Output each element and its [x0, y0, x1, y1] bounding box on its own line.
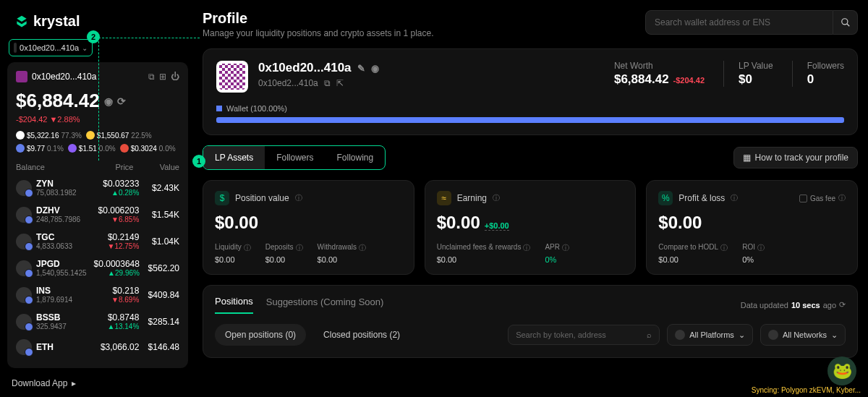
- chevron-down-icon: ⌄: [82, 44, 88, 52]
- wallet-selector[interactable]: 0x10ed20...410a ⌄: [9, 39, 93, 56]
- info-icon: ⓘ: [838, 193, 846, 203]
- closed-positions-filter[interactable]: Closed positions (2): [313, 324, 410, 346]
- android-icon: ▸: [72, 378, 76, 388]
- networth-delta: -$204.42: [673, 76, 705, 85]
- book-icon: ▦: [743, 153, 751, 163]
- token-row[interactable]: ZYN75,083.1982$0.03233▲0.28%$2.43K: [16, 174, 179, 201]
- token-icon: [16, 339, 32, 355]
- gas-fee-toggle[interactable]: Gas fee ⓘ: [799, 193, 846, 203]
- external-link-icon[interactable]: ⇱: [336, 78, 344, 88]
- open-positions-filter[interactable]: Open positions (0): [215, 324, 306, 346]
- wallet-address: 0x10ed20...410a: [20, 43, 79, 52]
- alloc-bar: [216, 117, 844, 123]
- tab-suggestions[interactable]: Suggestions (Coming Soon): [266, 296, 384, 313]
- metric-sub-item: Unclaimed fees & rewards ⓘ$0.00: [437, 243, 531, 264]
- search-icon: [841, 17, 851, 27]
- alloc-chip: $9.770.1%: [16, 144, 64, 153]
- chevron-down-icon: ⌄: [739, 330, 745, 340]
- token-icon: [16, 234, 32, 249]
- token-row[interactable]: BSSB325.9437$0.8748▲13.14%$285.14: [16, 308, 179, 335]
- token-icon: [16, 207, 32, 223]
- metric-sub-item: ROI ⓘ0%: [742, 243, 765, 264]
- lpvalue-label: LP Value: [739, 61, 773, 71]
- networth-value: $6,884.42: [614, 72, 669, 87]
- col-balance: Balance: [16, 163, 82, 171]
- annotation-badge-1: 1: [192, 155, 205, 168]
- token-icon: [16, 180, 32, 196]
- token-row[interactable]: DZHV248,785.7986$0.006203▼6.85%$1.54K: [16, 201, 179, 228]
- refresh-icon[interactable]: ⟳: [839, 300, 846, 310]
- wallet-icon: [14, 43, 17, 53]
- metric-sub-item: Compare to HODL ⓘ$0.00: [658, 243, 728, 264]
- search-input[interactable]: Search wallet address or ENS: [645, 10, 833, 35]
- page-subtitle: Manage your liquidity positions and cryp…: [203, 28, 434, 38]
- token-rows: ZYN75,083.1982$0.03233▲0.28%$2.43KDZHV24…: [16, 174, 179, 359]
- search-icon: ⌕: [647, 330, 652, 339]
- alloc-color-icon: [216, 106, 222, 111]
- tab-following[interactable]: Following: [326, 146, 386, 169]
- platforms-dropdown[interactable]: All Platforms ⌄: [667, 324, 753, 346]
- token-row[interactable]: JPGD1,540,955.1425$0.0003648▲29.96%$562.…: [16, 255, 179, 281]
- col-price: Price: [82, 163, 134, 171]
- page-title: Profile: [203, 10, 434, 27]
- token-row[interactable]: TGC4,833.0633$0.2149▼12.75%$1.04K: [16, 228, 179, 255]
- platforms-icon: [675, 330, 685, 340]
- pnl-sub: Compare to HODL ⓘ$0.00ROI ⓘ0%: [658, 243, 846, 264]
- networks-icon: [768, 330, 778, 340]
- metric-sub-item: Liquidity ⓘ$0.00: [215, 243, 251, 264]
- metric-sub-item: Withdrawals ⓘ$0.00: [318, 243, 366, 264]
- position-value: $0.00: [215, 213, 402, 233]
- visibility-icon[interactable]: ◉: [371, 63, 379, 74]
- tab-positions[interactable]: Positions: [215, 296, 253, 314]
- token-row[interactable]: ETH$3,066.02$146.48: [16, 335, 179, 359]
- profile-tabs: LP Assets Followers Following: [203, 145, 386, 170]
- download-app-link[interactable]: Download App ▸: [12, 378, 80, 388]
- token-icon: [16, 287, 32, 303]
- metric-sub-item: APR ⓘ0%: [545, 243, 569, 264]
- lpvalue-value: $0: [739, 72, 773, 87]
- sync-status: Syncing: Polygon zkEVM, Kyber...: [752, 386, 861, 394]
- info-icon[interactable]: ⓘ: [295, 193, 302, 203]
- info-icon[interactable]: ⓘ: [731, 193, 738, 203]
- earning-value: $0.00: [437, 213, 480, 233]
- checkbox-icon: [799, 195, 807, 202]
- position-search-input[interactable]: Search by token, address ⌕: [508, 325, 660, 345]
- search-button[interactable]: [833, 10, 858, 35]
- profile-avatar: [216, 61, 248, 93]
- brand-logo[interactable]: krystal: [14, 13, 80, 30]
- edit-icon[interactable]: ✎: [357, 63, 365, 74]
- networth-label: Net Worth: [614, 61, 705, 71]
- metric-sub-item: Deposits ⓘ$0.00: [265, 243, 303, 264]
- pnl-value: $0.00: [658, 213, 846, 233]
- info-icon[interactable]: ⓘ: [493, 193, 500, 203]
- chat-float-button[interactable]: 🐸: [827, 357, 856, 385]
- panel-total: $6,884.42: [16, 90, 100, 112]
- tab-followers[interactable]: Followers: [265, 146, 325, 169]
- alloc-chip: $5,322.1677.3%: [16, 131, 82, 140]
- alloc-label: Wallet (100.00%): [226, 104, 287, 113]
- followers-value: 0: [807, 72, 844, 87]
- position-value-icon: $: [215, 191, 229, 205]
- pnl-icon: %: [658, 191, 673, 205]
- networks-dropdown[interactable]: All Networks ⌄: [760, 324, 846, 346]
- position-sub: Liquidity ⓘ$0.00Deposits ⓘ$0.00Withdrawa…: [215, 243, 402, 264]
- followers-label: Followers: [807, 61, 844, 71]
- earning-sub: Unclaimed fees & rewards ⓘ$0.00APR ⓘ0%: [437, 243, 624, 264]
- svg-line-1: [846, 24, 849, 27]
- earning-title: Earning: [457, 193, 487, 203]
- token-icon: [16, 260, 32, 276]
- token-row[interactable]: INS1,879.6914$0.218▼8.69%$409.84: [16, 281, 179, 308]
- brand-text: krystal: [33, 13, 80, 30]
- profile-address: 0x10ed2...410a: [258, 78, 318, 88]
- copy-address-icon[interactable]: ⧉: [324, 78, 331, 88]
- annotation-arrow: [98, 38, 200, 161]
- svg-point-0: [841, 19, 847, 25]
- krystal-icon: [14, 14, 29, 29]
- profile-name: 0x10ed20...410a: [258, 61, 352, 75]
- how-to-button[interactable]: ▦ How to track your profile: [733, 147, 858, 168]
- tab-lp-assets[interactable]: LP Assets: [203, 146, 265, 169]
- pnl-title: Profit & loss: [678, 193, 725, 203]
- chevron-down-icon: ⌄: [831, 330, 838, 340]
- wallet-avatar-icon: [16, 71, 27, 82]
- col-value: Value: [133, 163, 179, 171]
